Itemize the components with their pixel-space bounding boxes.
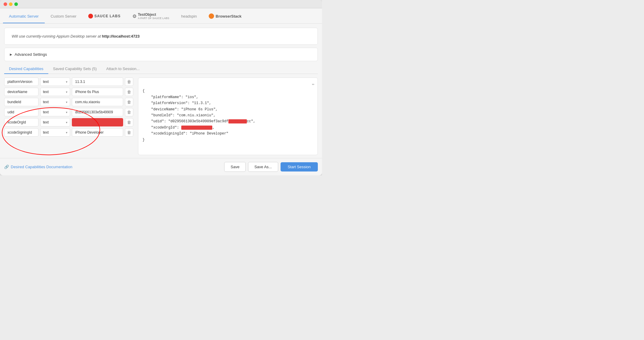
minimize-button[interactable]	[9, 2, 13, 6]
trash-icon: 🗑	[127, 120, 131, 125]
tab-testobject[interactable]: ⚙ TestObject A PART OF SAUCE LABS	[126, 8, 175, 23]
doc-link[interactable]: 🔗 Desired Capabilities Documentation	[4, 165, 72, 169]
cap-type-platformversion[interactable]: text ▾	[40, 78, 70, 86]
cap-name-udid[interactable]	[4, 108, 38, 116]
server-info-prefix: Will use currently-running Appium Deskto…	[12, 34, 102, 38]
trash-icon: 🗑	[127, 100, 131, 104]
tab-attach-label: Attach to Session...	[106, 67, 140, 71]
testobject-sublabel: A PART OF SAUCE LABS	[138, 17, 169, 20]
save-button[interactable]: Save	[224, 162, 246, 172]
doc-link-label: Desired Capabilities Documentation	[11, 165, 72, 169]
app-window: Automatic Server Custom Server SAUCE LAB…	[0, 0, 322, 175]
tab-automatic-server-label: Automatic Server	[9, 14, 39, 18]
tab-attach-session[interactable]: Attach to Session...	[101, 64, 144, 74]
chevron-down-icon: ▾	[66, 90, 67, 94]
trash-icon: 🗑	[127, 110, 131, 115]
start-session-button[interactable]: Start Session	[281, 162, 318, 171]
traffic-lights	[4, 2, 18, 6]
cap-type-text: text	[43, 120, 49, 124]
cap-value-devicename[interactable]	[72, 88, 123, 96]
tab-saucelabs[interactable]: SAUCE LABS	[82, 8, 126, 23]
delete-cap-udid[interactable]: 🗑	[125, 108, 133, 116]
browserstack-icon	[209, 13, 214, 19]
chevron-down-icon: ▾	[66, 131, 67, 134]
tab-desired-capabilities[interactable]: Desired Capabilities	[4, 64, 48, 74]
cap-value-xcodesigningid[interactable]	[72, 128, 123, 137]
save-as-button[interactable]: Save As...	[248, 162, 278, 172]
json-preview-panel: ✏ { "platformName": "ios", "platformVers…	[138, 78, 318, 155]
trash-icon: 🗑	[127, 79, 131, 84]
table-row: text ▾ 🗑	[4, 78, 133, 86]
delete-cap-devicename[interactable]: 🗑	[125, 88, 133, 96]
bottom-bar: 🔗 Desired Capabilities Documentation Sav…	[0, 158, 322, 175]
tab-custom-server-label: Custom Server	[51, 14, 77, 18]
delete-cap-platformversion[interactable]: 🗑	[125, 78, 133, 86]
bottom-actions: Save Save As... Start Session	[224, 162, 318, 172]
advanced-settings-panel: ▶ Advanced Settings	[4, 48, 318, 61]
cap-value-platformversion[interactable]	[72, 78, 123, 86]
advanced-settings-label: Advanced Settings	[15, 52, 47, 57]
tab-saved-capability-sets[interactable]: Saved Capability Sets (5)	[48, 64, 102, 74]
chevron-down-icon: ▾	[66, 111, 67, 114]
tab-headspin[interactable]: headspin	[175, 8, 203, 23]
close-button[interactable]	[4, 2, 7, 6]
cap-type-xcodesigningid[interactable]: text ▾	[40, 128, 70, 137]
udid-redacted: ████████	[228, 119, 247, 123]
testobject-label: TestObject	[138, 13, 169, 17]
delete-cap-xcodesigningid[interactable]: 🗑	[125, 128, 133, 137]
chevron-right-icon: ▶	[10, 53, 12, 56]
cap-name-xcodesigningid[interactable]	[4, 128, 38, 137]
cap-type-devicename[interactable]: text ▾	[40, 88, 70, 96]
json-platform-name: "platformName": "ios",	[151, 95, 198, 99]
tab-browserstack[interactable]: BrowserStack	[203, 8, 247, 23]
main-content: Will use currently-running Appium Deskto…	[0, 24, 322, 158]
server-info-text: Will use currently-running Appium Deskto…	[12, 34, 310, 38]
json-close-brace: }	[143, 138, 145, 142]
capabilities-body: text ▾ 🗑 text ▾	[4, 78, 318, 155]
json-xcode-signing: "xcodeSigningId": "iPhone Developer"	[151, 132, 228, 136]
cap-value-bundleid[interactable]	[72, 98, 123, 106]
cap-name-platformversion[interactable]	[4, 78, 38, 86]
tab-testobject-labels: TestObject A PART OF SAUCE LABS	[138, 13, 169, 20]
table-row: text ▾ 🗑	[4, 88, 133, 96]
cap-value-xcodeorgid[interactable]	[72, 118, 123, 126]
chevron-down-icon: ▾	[66, 121, 67, 124]
trash-icon: 🗑	[127, 130, 131, 135]
capabilities-rows: text ▾ 🗑 text ▾	[4, 78, 133, 155]
delete-cap-bundleid[interactable]: 🗑	[125, 98, 133, 106]
cap-type-bundleid[interactable]: text ▾	[40, 98, 70, 106]
json-xcode-org-id: "xcodeOrgId": ██████████████,	[151, 126, 215, 130]
testobject-icon: ⚙	[132, 13, 137, 19]
tab-custom-server[interactable]: Custom Server	[45, 8, 83, 23]
tab-automatic-server[interactable]: Automatic Server	[3, 8, 45, 23]
trash-icon: 🗑	[127, 89, 131, 94]
cap-value-udid[interactable]	[72, 108, 123, 116]
tab-saucelabs-label: SAUCE LABS	[94, 14, 120, 18]
capabilities-section: Desired Capabilities Saved Capability Se…	[4, 64, 318, 155]
cap-type-udid[interactable]: text ▾	[40, 108, 70, 116]
cap-type-text: text	[43, 90, 49, 94]
table-row: text ▾ 🗑	[4, 108, 133, 116]
delete-cap-xcodeorgid[interactable]: 🗑	[125, 118, 133, 126]
server-url: http://localhost:4723	[102, 34, 140, 38]
cap-type-text: text	[43, 110, 49, 114]
json-udid: "udid": "d0295661303e5b49909ef3ac9df████…	[151, 119, 256, 123]
cap-name-devicename[interactable]	[4, 88, 38, 96]
cap-name-bundleid[interactable]	[4, 98, 38, 106]
cap-type-xcodeorgid[interactable]: text ▾	[40, 118, 70, 126]
caps-tabbar: Desired Capabilities Saved Capability Se…	[4, 64, 318, 74]
table-row: text ▾ 🗑	[4, 118, 133, 126]
server-tabbar: Automatic Server Custom Server SAUCE LAB…	[0, 8, 322, 24]
edit-icon[interactable]: ✏	[312, 81, 315, 88]
link-icon: 🔗	[4, 165, 9, 169]
json-device-name: "deviceName": "iPhone 6s Plus",	[151, 107, 218, 112]
advanced-settings-toggle[interactable]: ▶ Advanced Settings	[10, 52, 312, 57]
json-bundle-id: "bundleId": "com.niu.xiaoniu",	[151, 113, 216, 118]
tab-headspin-label: headspin	[181, 14, 197, 18]
cap-type-text: text	[43, 80, 49, 84]
cap-name-xcodeorgid[interactable]	[4, 118, 38, 126]
json-platform-version: "platformVersion": "11.3.1",	[151, 101, 211, 105]
cap-type-text: text	[43, 100, 49, 104]
server-info-panel: Will use currently-running Appium Deskto…	[4, 28, 318, 45]
maximize-button[interactable]	[14, 2, 18, 6]
